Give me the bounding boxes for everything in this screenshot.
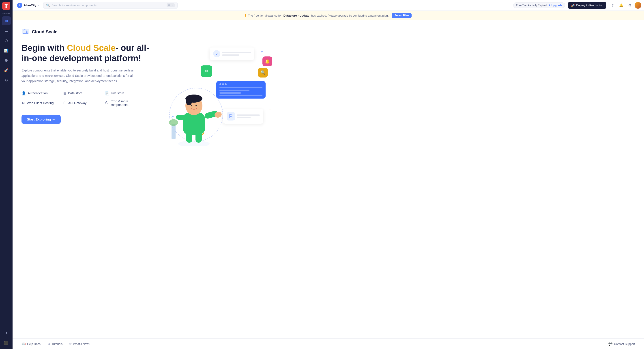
page-title: Cloud Scale bbox=[32, 29, 57, 35]
tier-badge: Free Tier Partially Expired ✦ Upgrade bbox=[513, 3, 566, 8]
contact-support-link[interactable]: 💬 Contact Support bbox=[608, 342, 635, 346]
auth-icon: 👤 bbox=[22, 91, 26, 95]
search-bar[interactable]: 🔍 Search for services or components ⌘+K bbox=[43, 2, 178, 9]
topbar: A AlienCity ▾ 🔍 Search for services or c… bbox=[12, 0, 644, 11]
db-card: 🗄 bbox=[223, 109, 263, 124]
feature-filestore[interactable]: 📄 File store bbox=[105, 91, 142, 95]
search-shortcut-badge: ⌘+K bbox=[166, 3, 175, 7]
hero-highlight: Cloud Scale bbox=[67, 43, 116, 53]
notification-icon-button[interactable]: 🔔 bbox=[618, 2, 625, 9]
datastore-icon: ⊞ bbox=[63, 91, 66, 95]
select-plan-button[interactable]: Select Plan bbox=[392, 13, 412, 18]
tier-text: Free Tier Partially Expired bbox=[516, 4, 547, 7]
search-placeholder-text: Search for services or components bbox=[52, 4, 164, 7]
sidebar-icon-connect[interactable]: ⬢ bbox=[2, 56, 11, 65]
filestore-icon: 📄 bbox=[105, 91, 110, 95]
search-icon: 🔍 bbox=[46, 4, 50, 7]
whats-new-label: What's New? bbox=[73, 342, 90, 346]
sidebar-icon-grid[interactable]: ⬡ bbox=[2, 36, 11, 45]
svg-rect-13 bbox=[176, 115, 185, 120]
plus-decoration: + bbox=[269, 108, 271, 112]
plus-icon: ✦ bbox=[548, 4, 551, 7]
feature-hosting[interactable]: 🖥 Web Client Hosting bbox=[22, 100, 59, 107]
monitor-icon: 🖥 bbox=[47, 342, 50, 346]
help-docs-link[interactable]: 📖 Help Docs bbox=[22, 342, 40, 346]
deploy-button[interactable]: 🚀 Deploy to Production bbox=[568, 2, 606, 9]
feature-datastore[interactable]: ⊞ Data store bbox=[63, 91, 101, 95]
code-card bbox=[216, 81, 266, 99]
features-grid: 👤 Authentication ⊞ Data store 📄 File sto… bbox=[22, 91, 142, 107]
support-icon: 💬 bbox=[608, 342, 613, 346]
svg-point-9 bbox=[191, 105, 192, 106]
code-dot-3 bbox=[225, 83, 226, 85]
svg-point-2 bbox=[178, 140, 210, 146]
sidebar-icon-deploy[interactable]: 🚀 bbox=[2, 66, 11, 75]
main-area: A AlienCity ▾ 🔍 Search for services or c… bbox=[12, 0, 644, 349]
svg-rect-14 bbox=[172, 124, 176, 139]
code-dots bbox=[220, 83, 262, 85]
feature-auth-label: Authentication bbox=[28, 91, 48, 95]
db-line-1 bbox=[237, 115, 260, 116]
info-icon: ℹ bbox=[245, 14, 246, 17]
settings-icon-button[interactable]: ⚙ bbox=[626, 2, 633, 9]
start-exploring-button[interactable]: Start Exploring → bbox=[22, 115, 61, 124]
sidebar-icon-tools[interactable]: ✦ bbox=[2, 328, 11, 337]
feature-gateway-label: API Gateway bbox=[68, 101, 87, 105]
feature-cron-label: Cron & more components.. bbox=[110, 100, 142, 107]
tutorials-link[interactable]: 🖥 Tutorials bbox=[47, 342, 62, 346]
check-icon: ✓ bbox=[213, 50, 220, 57]
banner-bold-text: Datastore - Update bbox=[284, 14, 310, 17]
chevron-down-icon: ▾ bbox=[38, 4, 39, 7]
card-line-2 bbox=[222, 55, 239, 56]
notification-float-button: 🔔 bbox=[262, 57, 272, 66]
feature-cron[interactable]: ⏱ Cron & more components.. bbox=[105, 100, 142, 107]
feature-authentication[interactable]: 👤 Authentication bbox=[22, 91, 59, 95]
help-icon-button[interactable]: ? bbox=[609, 2, 616, 9]
feature-filestore-label: File store bbox=[111, 91, 124, 95]
svg-point-15 bbox=[169, 119, 178, 126]
topbar-right: Free Tier Partially Expired ✦ Upgrade 🚀 … bbox=[513, 2, 641, 9]
sidebar: Services ⊞ ☁ ⬡ 📊 ⬢ 🚀 ⊙ ✦ ⬛ bbox=[0, 0, 12, 349]
page-header: Cloud Scale bbox=[22, 27, 635, 37]
sidebar-icon-analytics[interactable]: 📊 bbox=[2, 46, 11, 55]
feature-datastore-label: Data store bbox=[68, 91, 83, 95]
cloud-scale-icon bbox=[22, 27, 30, 37]
svg-rect-5 bbox=[183, 112, 205, 135]
card-line-1 bbox=[222, 52, 251, 53]
sidebar-icon-cloud[interactable]: ☁ bbox=[2, 26, 11, 35]
db-icon: 🗄 bbox=[226, 112, 235, 121]
info-banner: ℹ The free tier allowance for Datastore … bbox=[12, 11, 644, 20]
check-card: ✓ bbox=[210, 48, 254, 60]
db-line-2 bbox=[237, 117, 250, 118]
hero-title: Begin with Cloud Scale- our all-in-one d… bbox=[22, 43, 156, 63]
feature-gateway[interactable]: ⬡ API Gateway bbox=[63, 100, 101, 107]
star-icon: ☆ bbox=[69, 342, 72, 346]
upgrade-label: Upgrade bbox=[552, 4, 562, 7]
person-illustration bbox=[165, 79, 223, 146]
deploy-label: Deploy to Production bbox=[576, 4, 603, 7]
sidebar-icon-settings2[interactable]: ⊙ bbox=[2, 76, 11, 85]
svg-point-1 bbox=[26, 31, 28, 33]
banner-text2: has expired. Please upgrade by configuri… bbox=[311, 14, 388, 17]
app-avatar: A bbox=[17, 3, 22, 8]
book-icon: 📖 bbox=[22, 342, 26, 346]
user-avatar[interactable] bbox=[634, 2, 641, 9]
code-line-1 bbox=[220, 87, 262, 88]
contact-support-label: Contact Support bbox=[614, 342, 635, 346]
diamond-decoration-icon: ◇ bbox=[261, 50, 263, 54]
sidebar-icon-home[interactable]: ⊞ bbox=[2, 16, 11, 25]
upgrade-link[interactable]: ✦ Upgrade bbox=[548, 4, 562, 7]
whats-new-link[interactable]: ☆ What's New? bbox=[69, 342, 90, 346]
hero-section: Begin with Cloud Scale- our all-in-one d… bbox=[22, 43, 635, 146]
sidebar-icon-modules[interactable]: ⬛ bbox=[2, 338, 11, 347]
code-line-4 bbox=[220, 95, 262, 96]
tutorials-label: Tutorials bbox=[52, 342, 62, 346]
sidebar-logo[interactable] bbox=[2, 2, 10, 10]
app-selector[interactable]: A AlienCity ▾ bbox=[15, 2, 40, 9]
sidebar-section-label: Services bbox=[2, 13, 10, 15]
content-area: Cloud Scale Begin with Cloud Scale- our … bbox=[12, 20, 644, 338]
hosting-icon: 🖥 bbox=[22, 101, 25, 105]
footer-right: 💬 Contact Support bbox=[608, 342, 635, 346]
svg-point-8 bbox=[186, 96, 192, 105]
feature-hosting-label: Web Client Hosting bbox=[27, 101, 54, 105]
